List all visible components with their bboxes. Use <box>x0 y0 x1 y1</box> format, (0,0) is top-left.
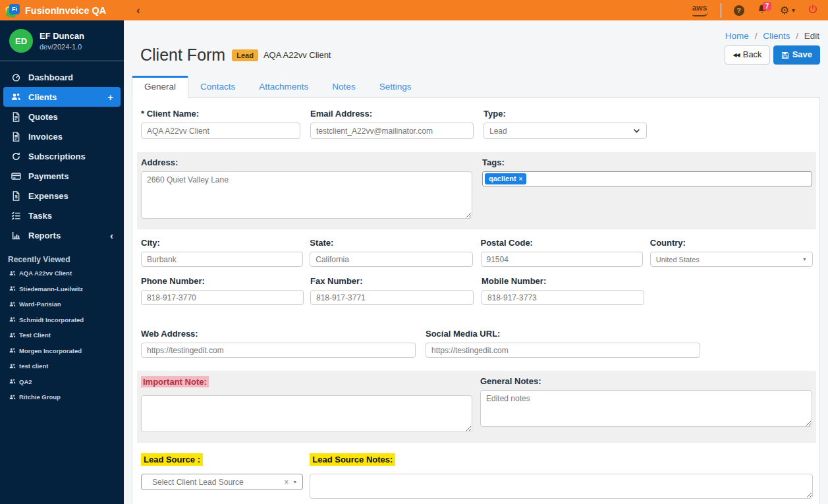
lead-source-select[interactable]: Select Client Lead Source × ▼ <box>141 474 303 490</box>
sidebar-item-tasks[interactable]: Tasks <box>3 206 121 225</box>
sidebar-collapse-icon[interactable]: ‹ <box>136 5 140 16</box>
recent-item[interactable]: AQA A22vv Client <box>0 266 124 281</box>
caret-down-icon: ▾ <box>792 7 795 14</box>
tab-contacts[interactable]: Contacts <box>188 76 247 98</box>
notification-badge: 7 <box>763 2 772 11</box>
tab-attachments[interactable]: Attachments <box>247 76 320 98</box>
sidebar-item-invoices[interactable]: Invoices <box>3 126 121 146</box>
lead-source-notes-textarea[interactable] <box>310 474 813 499</box>
tags-input[interactable]: qaclient × <box>482 171 812 186</box>
important-note-textarea[interactable] <box>141 395 472 432</box>
phone-input[interactable] <box>141 290 304 305</box>
logout-button[interactable] <box>808 4 818 17</box>
sidebar-item-dashboard[interactable]: Dashboard <box>3 67 121 87</box>
country-label: Country: <box>650 238 813 248</box>
topbar: Fi FusionInvoice QA ‹ aws ? 7 ⚙ ▾ <box>0 0 828 20</box>
recent-item[interactable]: test client <box>0 358 124 374</box>
recent-item[interactable]: Morgen Incorporated <box>0 343 124 359</box>
sidebar-item-expenses[interactable]: Expenses <box>3 186 121 206</box>
address-textarea[interactable]: 2660 Quiet Valley Lane <box>141 171 472 219</box>
email-input[interactable] <box>310 123 474 139</box>
breadcrumb-home[interactable]: Home <box>725 31 749 41</box>
social-media-label: Social Media URL: <box>426 329 700 339</box>
main-content: Home / Clients / Edit Client Form Lead A… <box>124 20 828 504</box>
users-icon <box>9 394 16 401</box>
tasks-icon <box>11 211 21 221</box>
recent-item[interactable]: Ward-Parisian <box>0 296 124 312</box>
recent-item[interactable]: Stiedemann-Lueilwitz <box>0 281 124 297</box>
tab-settings[interactable]: Settings <box>368 76 424 98</box>
sidebar-divider <box>0 61 124 61</box>
city-label: City: <box>141 238 303 248</box>
postal-code-input[interactable] <box>481 252 643 267</box>
app-logo-icon: Fi <box>6 3 20 17</box>
page-title: Client Form <box>140 45 225 65</box>
web-address-label: Web Address: <box>141 329 416 339</box>
fax-input[interactable] <box>310 290 474 305</box>
users-icon <box>9 347 16 354</box>
city-input[interactable] <box>141 252 303 267</box>
sidebar-item-quotes[interactable]: Quotes <box>3 107 121 126</box>
breadcrumb-current: Edit <box>804 31 819 41</box>
caret-down-icon: ▼ <box>292 480 297 484</box>
users-icon <box>9 332 16 339</box>
notifications-button[interactable]: 7 <box>757 4 767 17</box>
postal-code-label: Postal Code: <box>481 238 643 248</box>
type-label: Type: <box>483 109 647 119</box>
tag-remove-icon[interactable]: × <box>519 175 523 183</box>
lead-source-notes-label: Lead Source Notes: <box>310 453 395 466</box>
save-icon <box>781 51 789 59</box>
general-tab-panel: * Client Name: Email Address: Type: Lead… <box>132 98 820 504</box>
save-button[interactable]: Save <box>773 45 820 64</box>
tag-chip: qaclient × <box>485 173 526 184</box>
client-name-input[interactable] <box>141 123 300 139</box>
tab-general[interactable]: General <box>132 76 188 98</box>
chevron-left-icon: ‹ <box>110 231 113 240</box>
general-notes-textarea[interactable]: Edited notes <box>480 390 812 427</box>
users-icon <box>9 301 16 308</box>
breadcrumb-clients[interactable]: Clients <box>763 31 790 41</box>
social-media-input[interactable] <box>426 343 700 358</box>
sidebar-item-payments[interactable]: Payments <box>3 166 121 186</box>
mobile-input[interactable] <box>482 290 644 305</box>
recent-item[interactable]: Test Client <box>0 327 124 343</box>
user-profile[interactable]: ED EF Duncan dev/2024-1.0 <box>0 20 124 59</box>
address-panel: Address: 2660 Quiet Valley Lane Tags: qa… <box>137 152 816 229</box>
state-input[interactable] <box>310 252 472 267</box>
mobile-label: Mobile Number: <box>482 276 644 286</box>
sidebar-item-subscriptions[interactable]: Subscriptions <box>3 146 121 166</box>
sidebar-item-clients[interactable]: Clients + <box>3 87 121 107</box>
notes-panel: Important Note: General Notes: Edited no… <box>137 371 816 443</box>
dashboard-icon <box>11 72 21 82</box>
refresh-icon <box>11 152 21 161</box>
client-name-subtitle: AQA A22vv Client <box>263 50 331 60</box>
phone-label: Phone Number: <box>141 276 304 286</box>
web-address-input[interactable] <box>141 343 416 358</box>
type-select[interactable]: Lead <box>483 123 647 139</box>
brand[interactable]: Fi FusionInvoice QA <box>0 3 124 17</box>
tab-notes[interactable]: Notes <box>320 76 367 98</box>
app-version: dev/2024-1.0 <box>40 43 84 51</box>
settings-menu-button[interactable]: ⚙ ▾ <box>780 5 795 16</box>
power-icon <box>808 4 818 14</box>
add-client-icon[interactable]: + <box>107 92 113 102</box>
recent-item[interactable]: Ritchie Group <box>0 389 124 405</box>
state-label: State: <box>310 238 472 248</box>
aws-logo: aws <box>692 4 708 16</box>
recent-item[interactable]: QA2 <box>0 374 124 390</box>
tab-bar: General Contacts Attachments Notes Setti… <box>132 76 820 98</box>
invoice-file-icon <box>11 132 21 142</box>
users-icon <box>11 92 21 102</box>
gear-icon: ⚙ <box>780 5 789 16</box>
country-select[interactable]: United States ▼ <box>650 252 813 267</box>
recent-item[interactable]: Schmidt Incorporated <box>0 312 124 328</box>
user-name: EF Duncan <box>40 31 84 41</box>
users-icon <box>9 316 16 323</box>
brand-name: FusionInvoice QA <box>25 5 106 16</box>
credit-card-icon <box>11 171 21 181</box>
avatar: ED <box>9 29 33 53</box>
help-icon[interactable]: ? <box>734 5 744 16</box>
back-button[interactable]: ◀◀ Back <box>725 45 769 64</box>
clear-icon[interactable]: × <box>284 478 289 487</box>
sidebar-item-reports[interactable]: Reports ‹ <box>3 225 121 245</box>
